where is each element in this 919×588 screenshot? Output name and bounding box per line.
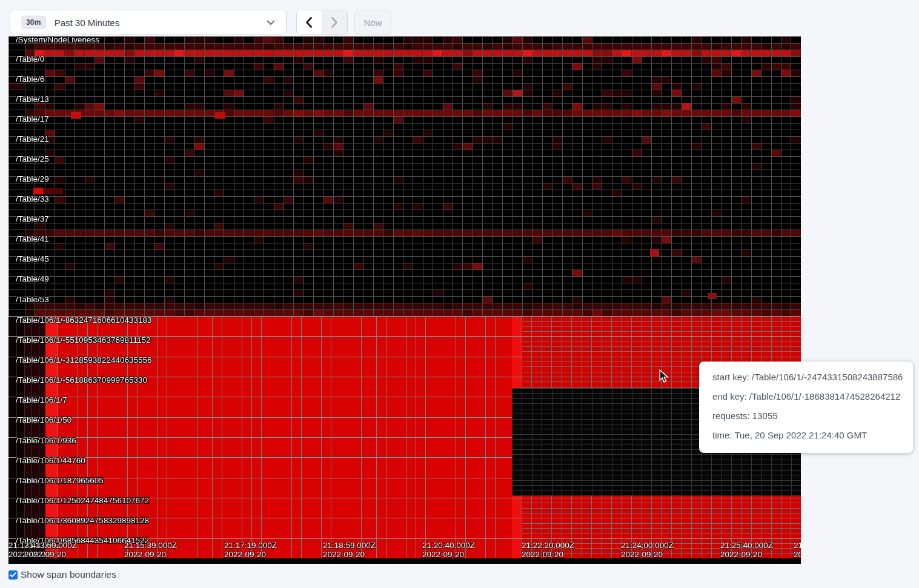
now-button[interactable]: Now xyxy=(354,10,391,35)
hover-tooltip: start key: /Table/106/1/-247433150824388… xyxy=(699,362,913,453)
show-span-boundaries-label: Show span boundaries xyxy=(21,569,116,580)
tooltip-end-key: end key: /Table/106/1/-18683814745282642… xyxy=(712,391,901,401)
tooltip-time: time: Tue, 20 Sep 2022 21:24:40 GMT xyxy=(712,430,901,440)
show-span-boundaries-control[interactable]: Show span boundaries xyxy=(8,569,116,580)
time-range-dropdown[interactable]: 30m Past 30 Minutes xyxy=(10,10,287,35)
chevron-down-icon xyxy=(267,20,275,25)
time-nav-group xyxy=(296,10,348,35)
next-time-button[interactable] xyxy=(322,10,348,35)
tooltip-requests: requests: 13055 xyxy=(712,411,901,421)
key-visualizer-chart: /System/NodeLiveness/Table/0/Table/6/Tab… xyxy=(8,36,801,564)
chevron-left-icon xyxy=(305,17,313,28)
time-range-badge: 30m xyxy=(21,16,46,29)
tooltip-start-key: start key: /Table/106/1/-247433150824388… xyxy=(712,372,901,382)
prev-time-button[interactable] xyxy=(297,10,322,35)
checkbox-checked-icon[interactable] xyxy=(8,570,18,580)
chevron-right-icon xyxy=(331,17,338,28)
heatmap-canvas[interactable] xyxy=(8,36,801,564)
time-range-label: Past 30 Minutes xyxy=(55,18,120,28)
key-visualizer-page: 30m Past 30 Minutes Now /System/NodeLive… xyxy=(0,0,919,588)
